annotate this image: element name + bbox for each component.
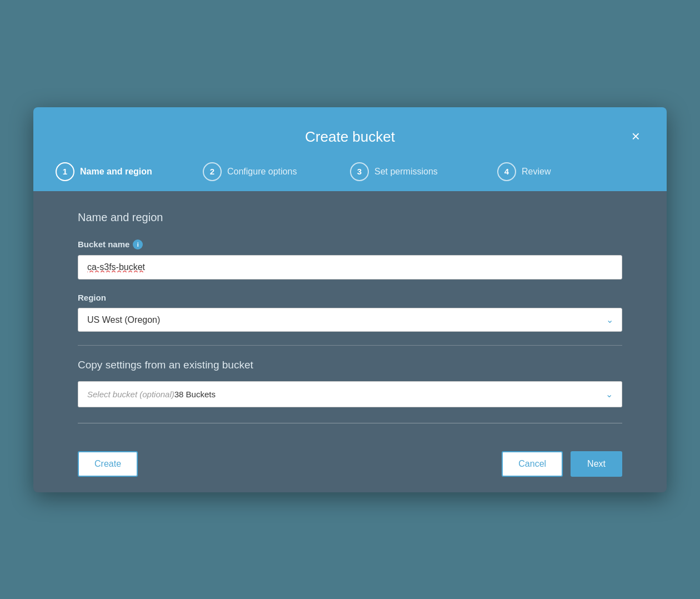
modal-title: Create bucket bbox=[305, 128, 395, 146]
region-select[interactable]: US West (Oregon) US East (N. Virginia) E… bbox=[78, 308, 622, 332]
region-group: Region US West (Oregon) US East (N. Virg… bbox=[78, 293, 622, 332]
footer-right: Cancel Next bbox=[502, 451, 622, 477]
copy-settings-group: Copy settings from an existing bucket Se… bbox=[78, 359, 622, 407]
step-3-circle: 3 bbox=[350, 162, 369, 181]
region-label: Region bbox=[78, 293, 622, 302]
footer-divider bbox=[78, 423, 622, 423]
step-1[interactable]: 1 Name and region bbox=[56, 162, 203, 181]
copy-settings-select-wrapper: Select bucket (optional)38 Buckets ⌄ bbox=[78, 381, 622, 407]
divider bbox=[78, 345, 622, 346]
copy-settings-title: Copy settings from an existing bucket bbox=[78, 359, 622, 371]
modal-footer: Create Cancel Next bbox=[33, 451, 667, 492]
create-bucket-modal: Create bucket × 1 Name and region 2 Conf… bbox=[33, 107, 667, 492]
modal-title-row: Create bucket × bbox=[56, 118, 644, 154]
create-button[interactable]: Create bbox=[78, 451, 138, 477]
step-2-label: Configure options bbox=[227, 167, 297, 177]
step-4-circle: 4 bbox=[497, 162, 516, 181]
steps-row: 1 Name and region 2 Configure options 3 … bbox=[56, 154, 644, 191]
bucket-name-input[interactable] bbox=[78, 255, 622, 279]
next-button[interactable]: Next bbox=[571, 451, 622, 477]
bucket-name-label: Bucket name i bbox=[78, 239, 622, 249]
region-select-wrapper: US West (Oregon) US East (N. Virginia) E… bbox=[78, 308, 622, 332]
copy-settings-select[interactable] bbox=[78, 381, 622, 407]
cancel-button[interactable]: Cancel bbox=[502, 451, 563, 477]
close-button[interactable]: × bbox=[627, 127, 644, 146]
step-2-circle: 2 bbox=[203, 162, 222, 181]
bucket-name-group: Bucket name i bbox=[78, 239, 622, 279]
form-section-title: Name and region bbox=[78, 211, 622, 224]
step-1-label: Name and region bbox=[80, 167, 152, 177]
step-2[interactable]: 2 Configure options bbox=[203, 162, 350, 181]
bucket-name-info-icon[interactable]: i bbox=[133, 239, 143, 249]
step-3[interactable]: 3 Set permissions bbox=[350, 162, 497, 181]
step-4[interactable]: 4 Review bbox=[497, 162, 644, 181]
step-3-label: Set permissions bbox=[374, 167, 438, 177]
step-4-label: Review bbox=[522, 167, 551, 177]
modal-body: Name and region Bucket name i Region US … bbox=[33, 191, 667, 451]
step-1-circle: 1 bbox=[56, 162, 74, 181]
modal-header: Create bucket × 1 Name and region 2 Conf… bbox=[33, 107, 667, 191]
